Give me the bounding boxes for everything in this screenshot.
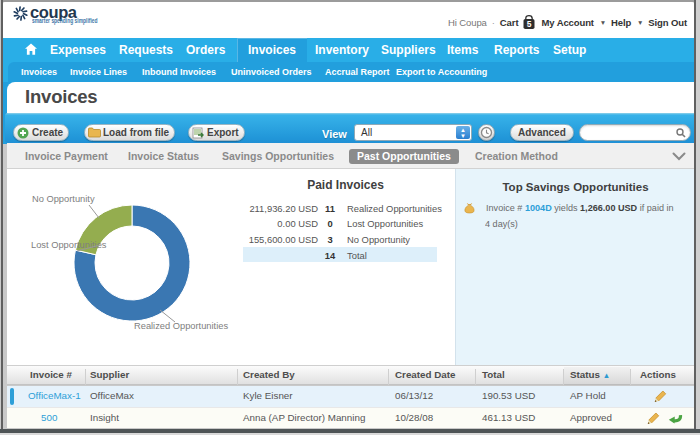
svg-text:5: 5 (527, 19, 532, 29)
